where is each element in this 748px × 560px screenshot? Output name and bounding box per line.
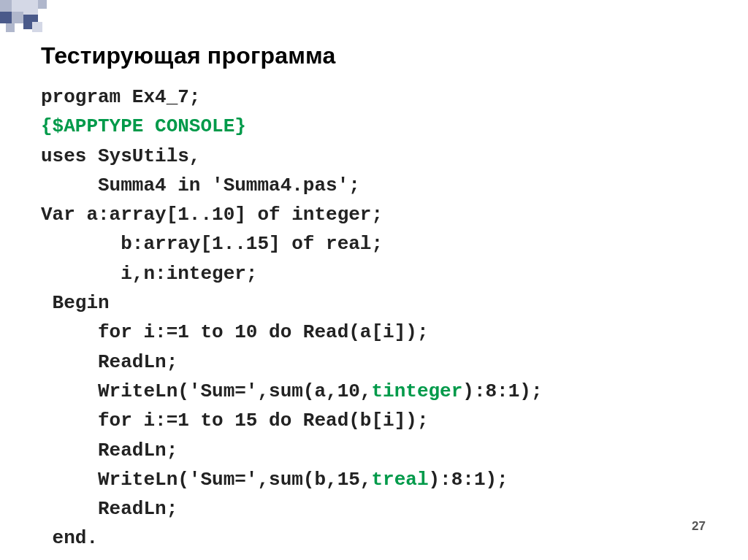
code-line: Var a:array[1..10] of integer; <box>41 204 383 226</box>
corner-decoration <box>0 0 88 41</box>
code-line: end. <box>41 527 98 549</box>
code-line: b:array[1..15] of real; <box>41 233 383 255</box>
code-line: for i:=1 to 10 do Read(a[i]); <box>41 321 429 343</box>
code-line: ReadLn; <box>41 351 178 373</box>
code-line: WriteLn('Sum=',sum(a,10,tinteger):8:1); <box>41 380 543 402</box>
code-line: Begin <box>41 292 110 314</box>
code-line: for i:=1 to 15 do Read(b[i]); <box>41 410 429 431</box>
code-line: program Ex4_7; <box>41 86 200 108</box>
code-line: uses SysUtils, <box>41 145 200 167</box>
slide-content: Тестирующая программа program Ex4_7; {$A… <box>41 42 719 553</box>
page-number: 27 <box>692 519 706 534</box>
slide-title: Тестирующая программа <box>41 42 719 69</box>
code-line: WriteLn('Sum=',sum(b,15,treal):8:1); <box>41 469 508 491</box>
code-line: ReadLn; <box>41 440 178 461</box>
code-line: Summa4 in 'Summa4.pas'; <box>41 174 360 196</box>
code-line: ReadLn; <box>41 498 178 520</box>
code-line: {$APPTYPE CONSOLE} <box>41 115 246 137</box>
code-line: i,n:integer; <box>41 263 257 285</box>
code-block: program Ex4_7; {$APPTYPE CONSOLE} uses S… <box>41 83 719 553</box>
